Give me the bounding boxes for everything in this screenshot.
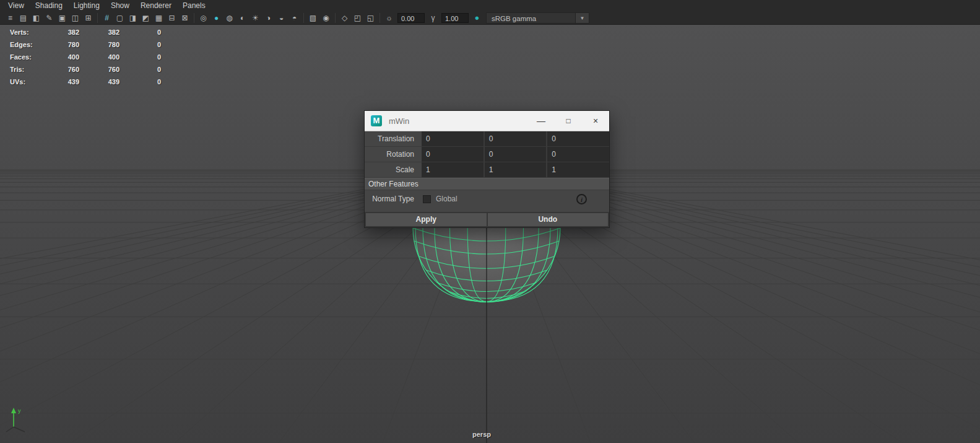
exposure-icon[interactable]: ☼: [383, 12, 396, 24]
wireframe-on-shaded-icon[interactable]: ◉: [319, 12, 332, 24]
normal-type-value: Global: [436, 195, 457, 203]
window-controls: — □ ×: [527, 111, 609, 131]
normal-type-row: Normal Type Global i: [365, 190, 609, 208]
use-all-lights-icon[interactable]: ☀: [249, 12, 262, 24]
screen-space-ao-icon[interactable]: ◒: [275, 12, 288, 24]
rotation-x-field[interactable]: 0: [422, 147, 483, 162]
pan-zoom-icon[interactable]: ⊞: [82, 12, 95, 24]
shadows-icon[interactable]: ◑: [262, 12, 275, 24]
scale-y-field[interactable]: 1: [485, 162, 547, 177]
menu-show[interactable]: Show: [105, 0, 135, 11]
dialog-titlebar[interactable]: M mWin — □ ×: [365, 111, 609, 131]
hud-label: Tris:: [10, 63, 53, 76]
heads-up-display: Verts: 382 382 0 Edges: 780 780 0 Faces:…: [10, 26, 161, 88]
image-plane-icon[interactable]: ◫: [69, 12, 82, 24]
translation-y-field[interactable]: 0: [485, 131, 547, 146]
hud-value: 0: [119, 51, 161, 63]
info-icon[interactable]: i: [576, 194, 587, 204]
viewport-persp[interactable]: Verts: 382 382 0 Edges: 780 780 0 Faces:…: [0, 25, 980, 443]
toolbar-separator: [194, 13, 194, 23]
dialog-body: Translation 0 0 0 Rotation 0 0 0: [365, 131, 609, 227]
normal-type-label: Normal Type: [365, 191, 422, 206]
textured-icon[interactable]: ◐: [236, 12, 249, 24]
safe-action-icon[interactable]: ⊟: [165, 12, 178, 24]
smooth-shade-icon[interactable]: ●: [210, 12, 223, 24]
toolbar-separator: [97, 13, 98, 23]
camera-lock-icon[interactable]: ◧: [30, 12, 43, 24]
apply-button[interactable]: Apply: [366, 213, 487, 226]
panel-menu-icon[interactable]: ≡: [4, 12, 17, 24]
translation-z-field[interactable]: 0: [547, 131, 609, 146]
minimize-icon[interactable]: —: [527, 111, 555, 131]
resolution-gate-icon[interactable]: ◨: [126, 12, 139, 24]
close-icon[interactable]: ×: [582, 111, 609, 131]
motion-blur-icon[interactable]: ◓: [288, 12, 301, 24]
scene-render-icon[interactable]: ◱: [364, 12, 377, 24]
hud-value: 382: [53, 26, 79, 38]
view-transform-value: sRGB gamma: [492, 15, 536, 22]
hud-label: Edges:: [10, 38, 53, 51]
hud-value: 0: [119, 38, 161, 51]
hud-value: 400: [79, 51, 119, 63]
scale-z-field[interactable]: 1: [547, 162, 609, 177]
maya-logo-icon: M: [371, 115, 382, 126]
camera-attributes-icon[interactable]: ✎: [43, 12, 56, 24]
hud-value: 0: [119, 26, 161, 38]
hud-label: Verts:: [10, 26, 53, 38]
hud-value: 439: [79, 76, 119, 88]
hud-label: Faces:: [10, 51, 53, 63]
view-axis-gizmo: y: [4, 405, 31, 433]
toolbar-separator: [379, 13, 380, 23]
hud-value: 760: [79, 63, 119, 76]
other-features-header[interactable]: Other Features: [365, 178, 609, 190]
mwin-dialog: M mWin — □ × Translation 0 0 0: [364, 110, 610, 228]
menu-lighting[interactable]: Lighting: [68, 0, 105, 11]
maximize-icon[interactable]: □: [555, 111, 582, 131]
grid-icon[interactable]: #: [100, 12, 113, 24]
panel-toolbar: ≡▤◧✎▣◫⊞#▢◨◩▦⊟⊠◎●◍◐☀◑◒◓▧◉◇◰◱ ☼ 0.00 γ 1.0…: [0, 11, 980, 25]
wireframe-icon[interactable]: ◎: [197, 12, 210, 24]
hud-label: UVs:: [10, 76, 53, 88]
bounding-box-icon[interactable]: ◍: [223, 12, 236, 24]
xray-icon[interactable]: ▧: [306, 12, 319, 24]
bookmarks-icon[interactable]: ▣: [56, 12, 69, 24]
hud-value: 760: [53, 63, 79, 76]
hud-value: 400: [53, 51, 79, 63]
scale-x-field[interactable]: 1: [422, 162, 483, 177]
dialog-button-bar: Apply Undo: [365, 212, 609, 227]
dropdown-arrow-icon[interactable]: ▼: [576, 12, 589, 24]
snapshot-icon[interactable]: ◰: [351, 12, 364, 24]
isolate-select-icon[interactable]: ◇: [338, 12, 351, 24]
gamma-field[interactable]: 1.00: [441, 13, 469, 23]
hud-value: 0: [119, 76, 161, 88]
camera-name-label: persp: [472, 431, 491, 438]
hud-value: 780: [79, 38, 119, 51]
translation-x-field[interactable]: 0: [422, 131, 483, 146]
color-management-icon[interactable]: ●: [470, 12, 483, 24]
menu-shading[interactable]: Shading: [30, 0, 68, 11]
camera-select-icon[interactable]: ▤: [17, 12, 30, 24]
scale-row: Scale 1 1 1: [365, 162, 609, 178]
toolbar-separator: [335, 13, 336, 23]
gamma-icon[interactable]: γ: [427, 12, 440, 24]
field-chart-icon[interactable]: ▦: [152, 12, 165, 24]
y-axis-arrow-icon: [11, 408, 16, 413]
safe-title-icon[interactable]: ⊠: [178, 12, 191, 24]
toolbar-separator: [303, 13, 304, 23]
menu-renderer[interactable]: Renderer: [135, 0, 177, 11]
y-axis-label: y: [18, 408, 21, 414]
gate-mask-icon[interactable]: ◩: [139, 12, 152, 24]
exposure-field[interactable]: 0.00: [397, 13, 425, 23]
undo-button[interactable]: Undo: [488, 213, 609, 226]
hud-value: 0: [119, 63, 161, 76]
film-gate-icon[interactable]: ▢: [113, 12, 126, 24]
toolbar-icons: ≡▤◧✎▣◫⊞#▢◨◩▦⊟⊠◎●◍◐☀◑◒◓▧◉◇◰◱: [4, 12, 383, 24]
rotation-y-field[interactable]: 0: [485, 147, 547, 162]
maya-viewport-window: View Shading Lighting Show Renderer Pane…: [0, 0, 980, 443]
view-transform-dropdown[interactable]: sRGB gamma: [486, 12, 576, 24]
menu-view[interactable]: View: [2, 0, 30, 11]
scale-label: Scale: [365, 162, 422, 177]
rotation-z-field[interactable]: 0: [547, 147, 609, 162]
normal-type-checkbox[interactable]: [423, 195, 431, 203]
menu-panels[interactable]: Panels: [177, 0, 211, 11]
